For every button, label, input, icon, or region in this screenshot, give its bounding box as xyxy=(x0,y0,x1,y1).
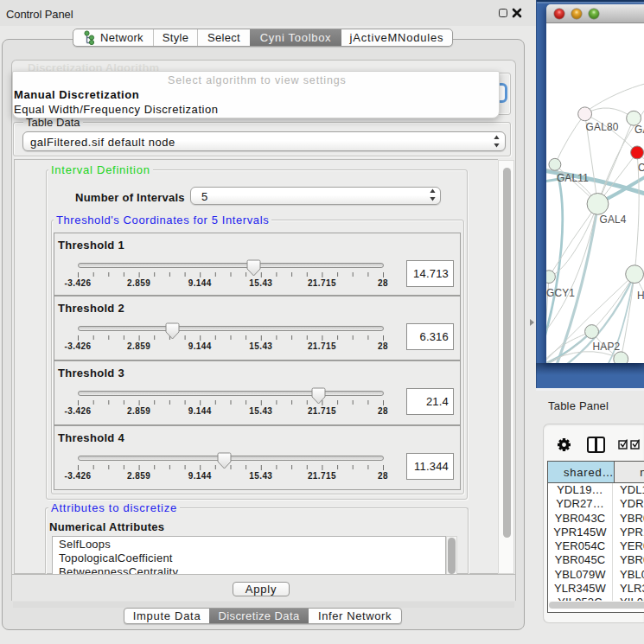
svg-text:CYC: CYC xyxy=(638,162,644,174)
svg-text:GAL4: GAL4 xyxy=(599,214,626,226)
svg-text:GAL11: GAL11 xyxy=(557,172,589,184)
svg-text:GAL: GAL xyxy=(634,124,644,136)
svg-text:HIS: HIS xyxy=(637,290,644,302)
svg-text:HAP2: HAP2 xyxy=(593,341,621,353)
svg-text:GAL80: GAL80 xyxy=(586,121,619,133)
svg-text:GCY1: GCY1 xyxy=(546,287,575,299)
